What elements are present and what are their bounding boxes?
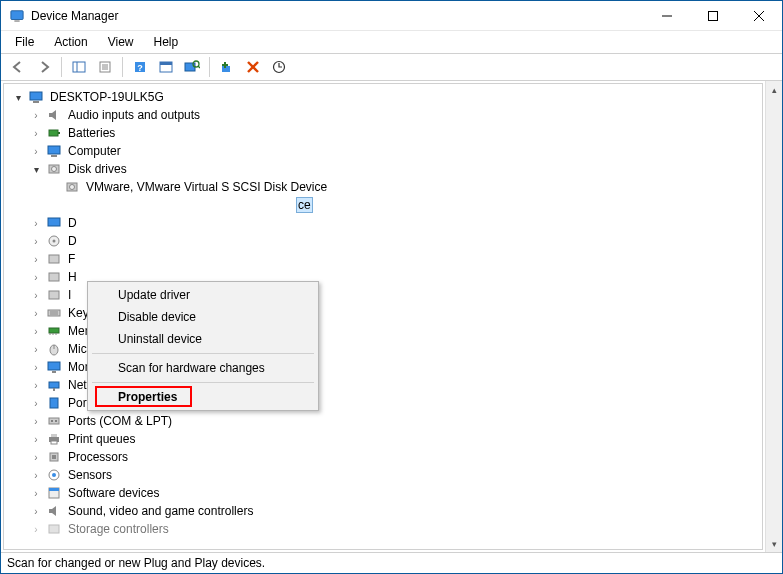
expand-icon[interactable]: ›	[28, 506, 44, 517]
keyboard-icon	[46, 305, 62, 321]
tree-root[interactable]: ▾ DESKTOP-19ULK5G	[4, 88, 762, 106]
expand-icon[interactable]: ›	[28, 272, 44, 283]
vertical-scrollbar[interactable]: ▴ ▾	[765, 81, 782, 552]
help-button[interactable]: ?	[128, 56, 152, 78]
expand-icon[interactable]: ›	[28, 308, 44, 319]
expand-icon[interactable]: ›	[28, 524, 44, 535]
tree-node[interactable]: › Batteries	[4, 124, 762, 142]
maximize-button[interactable]	[690, 1, 736, 30]
tree-node[interactable]: › D	[4, 214, 762, 232]
cm-separator	[92, 353, 314, 354]
cm-disable-device[interactable]: Disable device	[90, 306, 316, 328]
speaker-icon	[46, 107, 62, 123]
sound-icon	[46, 503, 62, 519]
menu-view[interactable]: View	[98, 33, 144, 51]
printer-icon	[46, 431, 62, 447]
scroll-up-arrow[interactable]: ▴	[766, 81, 782, 98]
hid-icon	[46, 269, 62, 285]
close-button[interactable]	[736, 1, 782, 30]
back-button[interactable]	[6, 56, 30, 78]
expand-icon[interactable]: ▾	[10, 92, 26, 103]
tree-node-label: Software devices	[66, 486, 161, 500]
toolbar-separator	[122, 57, 123, 77]
display-icon	[46, 215, 62, 231]
context-menu: Update driver Disable device Uninstall d…	[87, 281, 319, 411]
cm-update-driver[interactable]: Update driver	[90, 284, 316, 306]
svg-rect-57	[51, 434, 57, 437]
scroll-track[interactable]	[766, 98, 782, 535]
enable-button[interactable]	[215, 56, 239, 78]
titlebar: Device Manager	[1, 1, 782, 31]
tree-node[interactable]: › F	[4, 250, 762, 268]
menu-file[interactable]: File	[5, 33, 44, 51]
action-button[interactable]	[154, 56, 178, 78]
tree-node[interactable]: › Audio inputs and outputs	[4, 106, 762, 124]
properties-button[interactable]	[93, 56, 117, 78]
expand-icon[interactable]: ›	[28, 290, 44, 301]
menu-action[interactable]: Action	[44, 33, 97, 51]
expand-icon[interactable]: ›	[28, 362, 44, 373]
expand-icon[interactable]: ›	[28, 236, 44, 247]
uninstall-button[interactable]	[241, 56, 265, 78]
cm-scan-hardware[interactable]: Scan for hardware changes	[90, 357, 316, 379]
svg-rect-50	[49, 382, 59, 388]
tree-node[interactable]: › Sensors	[4, 466, 762, 484]
storage-icon	[46, 521, 62, 537]
tree-container: ▾ DESKTOP-19ULK5G › Audio inputs and out…	[1, 81, 782, 553]
dvd-icon	[46, 233, 62, 249]
expand-icon[interactable]: ›	[28, 488, 44, 499]
svg-rect-38	[49, 291, 59, 299]
tree-node-label: D	[66, 216, 79, 230]
expand-icon[interactable]: ›	[28, 326, 44, 337]
software-icon	[46, 485, 62, 501]
cm-uninstall-device[interactable]: Uninstall device	[90, 328, 316, 350]
device-manager-window: Device Manager File Action View Help ?	[0, 0, 783, 574]
expand-icon[interactable]: ›	[28, 452, 44, 463]
tree-node-label: Ports (COM & LPT)	[66, 414, 174, 428]
expand-icon[interactable]: ›	[28, 470, 44, 481]
expand-icon[interactable]: ▾	[28, 164, 44, 175]
svg-rect-3	[709, 11, 718, 20]
tree-node[interactable]: › Computer	[4, 142, 762, 160]
processor-icon	[46, 449, 62, 465]
expand-icon[interactable]: ›	[28, 218, 44, 229]
tree-node[interactable]: › Sound, video and game controllers	[4, 502, 762, 520]
expand-icon[interactable]: ›	[28, 434, 44, 445]
tree-node-label: VMware, VMware Virtual S SCSI Disk Devic…	[84, 180, 329, 194]
update-driver-button[interactable]	[267, 56, 291, 78]
expand-icon[interactable]: ›	[28, 128, 44, 139]
network-icon	[46, 377, 62, 393]
tree-node-label: H	[66, 270, 79, 284]
expand-icon[interactable]: ›	[28, 416, 44, 427]
tree-node-disk-drives[interactable]: ▾ Disk drives	[4, 160, 762, 178]
tree-node-disk-item-selected[interactable]: ce	[4, 196, 762, 214]
expand-icon[interactable]: ›	[28, 146, 44, 157]
menubar: File Action View Help	[1, 31, 782, 53]
tree-node[interactable]: › Ports (COM & LPT)	[4, 412, 762, 430]
tree-node-disk-item[interactable]: VMware, VMware Virtual S SCSI Disk Devic…	[4, 178, 762, 196]
tree-node-label: DESKTOP-19ULK5G	[48, 90, 166, 104]
tree-node[interactable]: › Software devices	[4, 484, 762, 502]
menu-help[interactable]: Help	[144, 33, 189, 51]
tree-node[interactable]: › Storage controllers	[4, 520, 762, 538]
tree-node[interactable]: › Processors	[4, 448, 762, 466]
scroll-down-arrow[interactable]: ▾	[766, 535, 782, 552]
cm-properties[interactable]: Properties	[90, 386, 316, 408]
expand-icon[interactable]: ›	[28, 254, 44, 265]
battery-icon	[46, 125, 62, 141]
show-hide-tree-button[interactable]	[67, 56, 91, 78]
minimize-button[interactable]	[644, 1, 690, 30]
expand-icon[interactable]: ›	[28, 398, 44, 409]
svg-point-62	[52, 473, 56, 477]
expand-icon[interactable]: ›	[28, 380, 44, 391]
svg-rect-39	[48, 310, 60, 316]
toolbar-separator	[61, 57, 62, 77]
expand-icon[interactable]: ›	[28, 110, 44, 121]
forward-button[interactable]	[32, 56, 56, 78]
toolbar-separator	[209, 57, 210, 77]
expand-icon[interactable]: ›	[28, 344, 44, 355]
scan-hardware-button[interactable]	[180, 56, 204, 78]
tree-node[interactable]: › Print queues	[4, 430, 762, 448]
device-tree[interactable]: ▾ DESKTOP-19ULK5G › Audio inputs and out…	[3, 83, 763, 550]
tree-node[interactable]: › D	[4, 232, 762, 250]
